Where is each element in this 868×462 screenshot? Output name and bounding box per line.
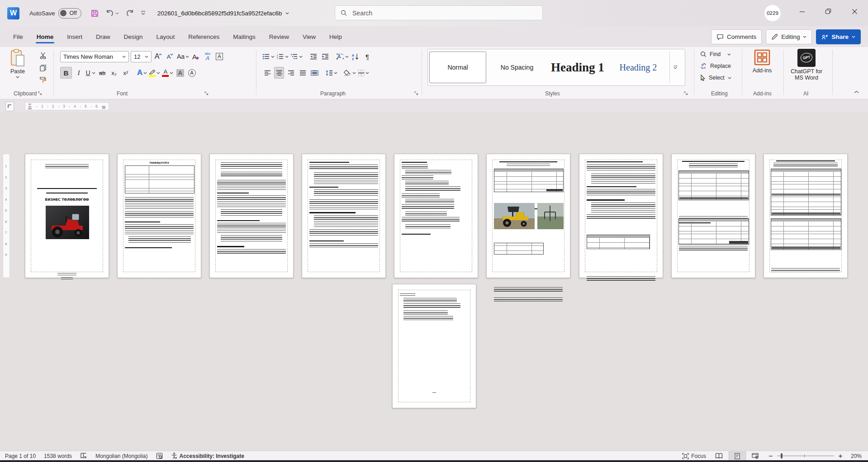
document-title[interactable]: 202601_6d0b6bc85892f5d91fc5a952f2efac6b xyxy=(157,10,289,17)
read-mode-button[interactable] xyxy=(710,451,728,461)
page-indicator[interactable]: Page 1 of 10 xyxy=(0,451,40,461)
style-heading-1[interactable]: Heading 1 xyxy=(548,52,607,83)
zoom-out-button[interactable] xyxy=(764,451,777,461)
clear-formatting-button[interactable]: A xyxy=(191,51,201,62)
show-formatting-marks-button[interactable]: ¶ xyxy=(362,51,372,62)
focus-button[interactable]: Focus xyxy=(678,451,710,461)
tab-review[interactable]: Review xyxy=(262,29,296,44)
avatar[interactable]: 0229 xyxy=(764,5,781,21)
tab-references[interactable]: References xyxy=(181,29,226,44)
word-count[interactable]: 1538 words xyxy=(40,451,76,461)
language-button[interactable]: Mongolian (Mongolia) xyxy=(91,451,152,461)
tab-layout[interactable]: Layout xyxy=(150,29,182,44)
styles-dialog-launcher[interactable] xyxy=(684,91,688,95)
tab-selector[interactable] xyxy=(5,102,14,111)
search-input[interactable] xyxy=(351,9,537,17)
page-thumbnail-4[interactable] xyxy=(302,154,386,278)
asian-layout-button[interactable]: A xyxy=(336,51,349,62)
bold-button[interactable]: B xyxy=(60,67,72,79)
zoom-in-button[interactable] xyxy=(834,451,847,461)
zoom-slider-handle[interactable] xyxy=(781,453,783,458)
distribute-button[interactable] xyxy=(309,67,319,79)
page-thumbnail-1[interactable]: БИЗНЕС ТӨЛӨВЛӨГӨӨ xyxy=(25,154,109,278)
first-line-indent-marker[interactable] xyxy=(28,104,31,105)
style-normal[interactable]: Normal xyxy=(430,52,486,83)
addins-button[interactable]: Add-ins xyxy=(747,49,777,74)
borders-button[interactable] xyxy=(358,67,369,79)
page-thumbnail-7[interactable] xyxy=(579,154,663,278)
web-layout-button[interactable] xyxy=(746,451,764,461)
page-thumbnail-3[interactable] xyxy=(209,154,294,278)
font-color-button[interactable]: A xyxy=(162,67,173,79)
superscript-button[interactable]: x² xyxy=(121,67,131,79)
editing-mode-button[interactable]: Editing xyxy=(766,29,812,44)
zoom-slider[interactable] xyxy=(777,456,834,456)
font-size-select[interactable]: 12 xyxy=(131,51,152,62)
style-heading-2[interactable]: Heading 2 xyxy=(610,52,666,83)
text-effects-button[interactable]: A xyxy=(137,67,147,79)
phonetic-guide-button[interactable]: abcA xyxy=(203,51,213,62)
styles-more-button[interactable] xyxy=(669,52,681,83)
font-dialog-launcher[interactable] xyxy=(204,91,209,95)
tab-insert[interactable]: Insert xyxy=(60,29,89,44)
multilevel-list-button[interactable] xyxy=(290,51,303,62)
hanging-indent-marker[interactable] xyxy=(28,106,31,107)
find-button[interactable]: Find xyxy=(700,51,731,57)
shrink-font-button[interactable]: A xyxy=(165,51,175,62)
tab-design[interactable]: Design xyxy=(117,29,150,44)
grow-font-button[interactable]: A xyxy=(153,51,163,62)
page-thumbnail-6[interactable] xyxy=(486,154,570,278)
enclose-characters-button[interactable]: A xyxy=(187,67,197,79)
cut-button[interactable] xyxy=(38,50,48,61)
collapse-ribbon-button[interactable] xyxy=(854,90,859,94)
tab-draw[interactable]: Draw xyxy=(89,29,117,44)
zoom-level-button[interactable]: 20% xyxy=(847,451,868,461)
page-thumbnail-10[interactable] xyxy=(392,284,476,408)
style-no-spacing[interactable]: No Spacing xyxy=(489,52,545,83)
close-button[interactable] xyxy=(842,0,867,23)
undo-button[interactable] xyxy=(105,9,119,17)
align-right-button[interactable] xyxy=(286,67,296,79)
editor-button[interactable] xyxy=(152,451,167,461)
right-indent-marker[interactable] xyxy=(102,106,105,109)
replace-button[interactable]: bc Replace xyxy=(700,63,731,69)
tab-file[interactable]: File xyxy=(6,29,30,44)
tab-mailings[interactable]: Mailings xyxy=(226,29,262,44)
customize-quick-access-button[interactable] xyxy=(141,11,146,15)
search-box[interactable] xyxy=(335,5,543,20)
horizontal-ruler[interactable]: 1 2 3 4 5 6 xyxy=(25,102,109,110)
word-logo-icon[interactable]: W xyxy=(7,7,19,19)
justify-button[interactable] xyxy=(298,67,308,79)
strikethrough-button[interactable]: ab xyxy=(97,67,107,79)
minimize-button[interactable] xyxy=(789,0,815,23)
vertical-ruler[interactable]: 1 2 3 4 5 6 7 8 9 xyxy=(3,154,10,278)
font-name-select[interactable]: Times New Roman xyxy=(60,51,129,62)
sort-button[interactable]: AZ xyxy=(351,51,360,62)
align-left-button[interactable] xyxy=(262,67,272,79)
increase-indent-button[interactable] xyxy=(320,51,330,62)
page-thumbnail-5[interactable] xyxy=(394,154,478,278)
proofing-errors-button[interactable] xyxy=(76,451,91,461)
document-canvas[interactable]: 1 2 3 4 5 6 7 8 9 БИЗНЕС ТӨЛӨВЛӨГӨӨ xyxy=(0,112,868,451)
clipboard-dialog-launcher[interactable] xyxy=(38,91,42,95)
autosave-toggle[interactable]: Off xyxy=(58,8,81,19)
bullets-button[interactable] xyxy=(262,51,275,62)
paste-button[interactable]: Paste xyxy=(10,49,25,78)
print-layout-button[interactable] xyxy=(728,451,746,461)
comments-button[interactable]: Comments xyxy=(711,29,762,44)
highlight-button[interactable] xyxy=(149,67,160,79)
page-thumbnail-9[interactable] xyxy=(764,154,848,278)
format-painter-button[interactable] xyxy=(38,74,48,86)
italic-button[interactable]: I xyxy=(74,67,84,79)
paragraph-dialog-launcher[interactable] xyxy=(414,91,418,95)
subscript-button[interactable]: x₂ xyxy=(109,67,119,79)
align-center-button[interactable] xyxy=(274,67,284,79)
underline-button[interactable]: U xyxy=(85,67,95,79)
page-thumbnail-2[interactable]: ТАНИЛЦУУЛГА xyxy=(117,154,201,278)
character-shading-button[interactable]: A xyxy=(175,67,185,79)
accessibility-button[interactable]: Accessibility: Investigate xyxy=(167,451,248,461)
tab-home[interactable]: Home xyxy=(30,29,61,44)
copy-button[interactable] xyxy=(38,62,48,74)
shading-button[interactable] xyxy=(344,67,356,79)
share-button[interactable]: Share xyxy=(816,29,861,44)
